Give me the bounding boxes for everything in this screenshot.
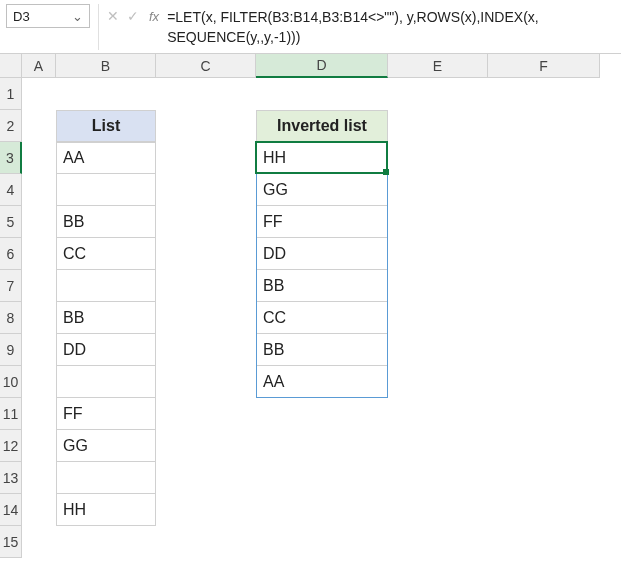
inverted-cell[interactable]: BB: [256, 270, 388, 302]
separator: [98, 4, 99, 50]
enter-icon[interactable]: ✓: [127, 8, 139, 24]
inverted-cell[interactable]: FF: [256, 206, 388, 238]
row-header-7[interactable]: 7: [0, 270, 22, 302]
formula-bar-buttons: ✕ ✓ fx: [107, 4, 159, 28]
fx-icon[interactable]: fx: [149, 9, 159, 24]
list-cell[interactable]: HH: [56, 494, 156, 526]
row-header-8[interactable]: 8: [0, 302, 22, 334]
row-header-11[interactable]: 11: [0, 398, 22, 430]
list-cell[interactable]: [56, 174, 156, 206]
inverted-cell[interactable]: CC: [256, 302, 388, 334]
inverted-cell[interactable]: BB: [256, 334, 388, 366]
name-box[interactable]: D3 ⌄: [6, 4, 90, 28]
header-inverted[interactable]: Inverted list: [256, 110, 388, 142]
inverted-cell[interactable]: GG: [256, 174, 388, 206]
list-cell[interactable]: [56, 270, 156, 302]
column-header-A[interactable]: A: [22, 54, 56, 78]
select-all-corner[interactable]: [0, 54, 22, 78]
column-header-E[interactable]: E: [388, 54, 488, 78]
list-cell[interactable]: BB: [56, 206, 156, 238]
row-header-6[interactable]: 6: [0, 238, 22, 270]
worksheet-grid[interactable]: ABCDEF 123456789101112131415 ListAABBCCB…: [0, 54, 621, 568]
list-cell[interactable]: GG: [56, 430, 156, 462]
row-header-13[interactable]: 13: [0, 462, 22, 494]
row-header-1[interactable]: 1: [0, 78, 22, 110]
header-list[interactable]: List: [56, 110, 156, 142]
row-header-14[interactable]: 14: [0, 494, 22, 526]
list-cell[interactable]: [56, 462, 156, 494]
row-header-4[interactable]: 4: [0, 174, 22, 206]
formula-input[interactable]: =LET(x, FILTER(B3:B14,B3:B14<>""), y,ROW…: [159, 4, 615, 48]
formula-bar: D3 ⌄ ✕ ✓ fx =LET(x, FILTER(B3:B14,B3:B14…: [0, 0, 621, 54]
column-header-F[interactable]: F: [488, 54, 600, 78]
list-cell[interactable]: AA: [56, 142, 156, 174]
inverted-cell[interactable]: DD: [256, 238, 388, 270]
column-header-D[interactable]: D: [256, 54, 388, 78]
column-header-C[interactable]: C: [156, 54, 256, 78]
excel-window: D3 ⌄ ✕ ✓ fx =LET(x, FILTER(B3:B14,B3:B14…: [0, 0, 621, 568]
list-cell[interactable]: DD: [56, 334, 156, 366]
inverted-cell[interactable]: HH: [256, 142, 388, 174]
list-cell[interactable]: CC: [56, 238, 156, 270]
row-header-12[interactable]: 12: [0, 430, 22, 462]
inverted-cell[interactable]: AA: [256, 366, 388, 398]
row-header-10[interactable]: 10: [0, 366, 22, 398]
list-cell[interactable]: BB: [56, 302, 156, 334]
row-header-5[interactable]: 5: [0, 206, 22, 238]
cancel-icon[interactable]: ✕: [107, 8, 119, 24]
column-header-B[interactable]: B: [56, 54, 156, 78]
list-cell[interactable]: [56, 366, 156, 398]
column-headers: ABCDEF: [22, 54, 600, 78]
row-headers: 123456789101112131415: [0, 78, 22, 558]
list-cell[interactable]: FF: [56, 398, 156, 430]
chevron-down-icon[interactable]: ⌄: [72, 9, 83, 24]
row-header-9[interactable]: 9: [0, 334, 22, 366]
row-header-2[interactable]: 2: [0, 110, 22, 142]
row-header-15[interactable]: 15: [0, 526, 22, 558]
row-header-3[interactable]: 3: [0, 142, 22, 174]
name-box-value: D3: [13, 9, 30, 24]
